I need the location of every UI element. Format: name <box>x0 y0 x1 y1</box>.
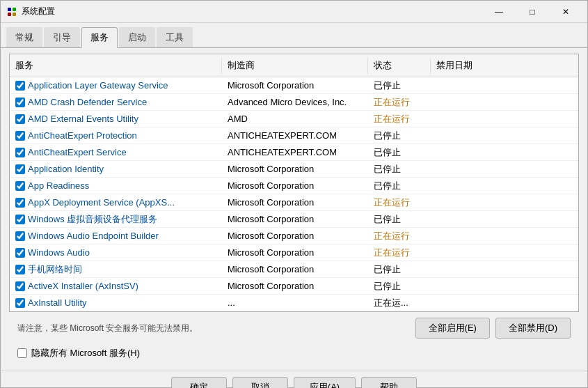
service-vendor: ... <box>222 296 368 309</box>
tab-tools[interactable]: 工具 <box>157 27 193 47</box>
service-checkbox-3[interactable] <box>15 131 25 141</box>
service-vendor: Microsoft Corporation <box>222 212 368 226</box>
bottom-note: 请注意，某些 Microsoft 安全服务可能无法禁用。 <box>17 323 410 334</box>
col-service: 服务 <box>10 57 222 74</box>
service-status: 已停止 <box>368 212 431 227</box>
service-disabled-date <box>431 201 578 204</box>
service-checkbox-10[interactable] <box>15 248 25 258</box>
bottom-bar: 请注意，某些 Microsoft 安全服务可能无法禁用。 全部启用(E) 全部禁… <box>9 312 579 344</box>
service-status: 已停止 <box>368 162 431 177</box>
table-row: AppX Deployment Service (AppXS...Microso… <box>10 194 578 211</box>
service-checkbox-8[interactable] <box>15 215 25 224</box>
service-name: App Readiness <box>28 180 89 191</box>
service-vendor: Microsoft Corporation <box>222 279 368 293</box>
service-vendor: Microsoft Corporation <box>222 179 368 192</box>
tab-general[interactable]: 常规 <box>6 27 42 47</box>
service-name: 手机网络时间 <box>28 263 82 276</box>
maximize-button[interactable]: □ <box>516 1 548 23</box>
col-vendor: 制造商 <box>222 57 368 74</box>
service-vendor: Microsoft Corporation <box>222 79 368 92</box>
service-checkbox-9[interactable] <box>15 231 25 241</box>
service-status: 已停止 <box>368 145 431 160</box>
system-config-window: 系统配置 — □ ✕ 常规 引导 服务 启动 工具 服务 制造商 状态 禁用日期… <box>0 0 588 388</box>
service-status: 正在运行 <box>368 228 431 244</box>
tab-startup[interactable]: 启动 <box>119 27 155 47</box>
svg-rect-0 <box>8 8 11 11</box>
service-vendor: Microsoft Corporation <box>222 246 368 259</box>
tab-services[interactable]: 服务 <box>81 27 118 48</box>
hide-microsoft-label[interactable]: 隐藏所有 Microsoft 服务(H) <box>31 347 140 359</box>
service-checkbox-0[interactable] <box>15 81 25 91</box>
table-row: AxInstall Utility...正在运... <box>10 295 578 311</box>
service-checkbox-11[interactable] <box>15 265 25 274</box>
service-status: 正在运行 <box>368 195 431 210</box>
service-vendor: ANTICHEATEXPERT.COM <box>222 146 368 159</box>
svg-rect-1 <box>13 8 16 11</box>
hide-microsoft-row: 隐藏所有 Microsoft 服务(H) <box>9 344 579 365</box>
ok-button[interactable]: 确定 <box>171 377 227 388</box>
service-checkbox-6[interactable] <box>15 181 25 191</box>
service-disabled-date <box>431 285 578 288</box>
service-disabled-date <box>431 185 578 187</box>
table-row: Application IdentityMicrosoft Corporatio… <box>10 161 578 178</box>
service-vendor: Microsoft Corporation <box>222 229 368 242</box>
service-disabled-date <box>431 118 578 121</box>
service-status: 已停止 <box>368 279 431 294</box>
window-controls: — □ ✕ <box>483 1 582 23</box>
service-name: AMD Crash Defender Service <box>28 97 147 107</box>
content-area: 服务 制造商 状态 禁用日期 Application Layer Gateway… <box>1 47 587 371</box>
service-disabled-date <box>431 151 578 154</box>
service-checkbox-12[interactable] <box>15 281 25 291</box>
tab-boot[interactable]: 引导 <box>44 27 80 47</box>
service-name: Windows Audio Endpoint Builder <box>28 231 159 241</box>
table-row: AntiCheatExpert ServiceANTICHEATEXPERT.C… <box>10 144 578 161</box>
service-status: 已停止 <box>368 128 431 143</box>
table-row: AMD External Events UtilityAMD正在运行 <box>10 111 578 127</box>
cancel-button[interactable]: 取消 <box>232 377 288 388</box>
help-button[interactable]: 帮助 <box>361 377 417 388</box>
close-button[interactable]: ✕ <box>550 1 582 23</box>
service-disabled-date <box>431 268 578 271</box>
footer-buttons: 确定 取消 应用(A) 帮助 <box>1 371 587 388</box>
service-disabled-date <box>431 168 578 171</box>
service-name: AntiCheatExpert Service <box>28 147 127 157</box>
table-row: AMD Crash Defender ServiceAdvanced Micro… <box>10 94 578 111</box>
service-checkbox-5[interactable] <box>15 164 25 174</box>
window-icon <box>6 6 17 17</box>
service-disabled-date <box>431 101 578 104</box>
service-name: Windows Audio <box>28 247 90 258</box>
service-status: 正在运... <box>368 295 431 311</box>
service-vendor: Microsoft Corporation <box>222 263 368 276</box>
table-row: 手机网络时间Microsoft Corporation已停止 <box>10 261 578 278</box>
service-status: 正在运行 <box>368 95 431 110</box>
service-name: AxInstall Utility <box>28 297 87 308</box>
service-checkbox-1[interactable] <box>15 98 25 107</box>
service-disabled-date <box>431 134 578 137</box>
table-row: Application Layer Gateway ServiceMicroso… <box>10 77 578 94</box>
service-vendor: Microsoft Corporation <box>222 162 368 176</box>
service-name: Application Identity <box>28 164 104 174</box>
service-status: 已停止 <box>368 78 431 93</box>
tab-bar: 常规 引导 服务 启动 工具 <box>1 23 587 47</box>
service-checkbox-13[interactable] <box>15 298 25 308</box>
service-name: Windows 虚拟音频设备代理服务 <box>28 213 157 226</box>
service-name: Application Layer Gateway Service <box>28 80 168 91</box>
service-name: ActiveX Installer (AxInstSV) <box>28 281 138 291</box>
service-checkbox-2[interactable] <box>15 114 25 124</box>
enable-all-button[interactable]: 全部启用(E) <box>415 318 490 339</box>
disable-all-button[interactable]: 全部禁用(D) <box>495 318 571 339</box>
minimize-button[interactable]: — <box>483 1 515 23</box>
service-disabled-date <box>431 235 578 238</box>
service-checkbox-4[interactable] <box>15 148 25 157</box>
service-checkbox-7[interactable] <box>15 198 25 208</box>
table-header: 服务 制造商 状态 禁用日期 <box>10 54 578 77</box>
table-body[interactable]: Application Layer Gateway ServiceMicroso… <box>10 77 578 311</box>
services-table: 服务 制造商 状态 禁用日期 Application Layer Gateway… <box>9 54 579 312</box>
service-vendor: Advanced Micro Devices, Inc. <box>222 95 368 109</box>
service-status: 正在运行 <box>368 245 431 261</box>
table-row: ActiveX Installer (AxInstSV)Microsoft Co… <box>10 278 578 295</box>
hide-microsoft-checkbox[interactable] <box>17 348 27 358</box>
apply-button[interactable]: 应用(A) <box>294 377 356 388</box>
table-row: App ReadinessMicrosoft Corporation已停止 <box>10 178 578 194</box>
col-disabled-date: 禁用日期 <box>431 57 578 74</box>
